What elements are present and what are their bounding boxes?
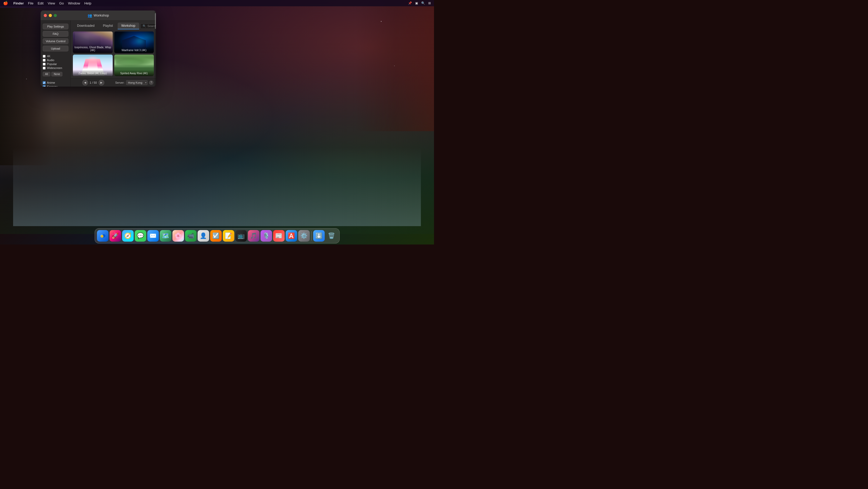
dock-reminders[interactable]: ☑️ bbox=[210, 230, 222, 241]
search-icon: 🔍 bbox=[143, 24, 146, 28]
upload-button[interactable]: Upload bbox=[43, 46, 68, 51]
filter-all-none-row: All None bbox=[43, 72, 68, 76]
menubar: 🍎 Finder File Edit View Go Window Help 📌… bbox=[0, 0, 434, 6]
dock-photos[interactable]: 🌸 bbox=[173, 230, 184, 241]
faq-button[interactable]: FAQ bbox=[43, 31, 68, 37]
dock-safari[interactable]: 🧭 bbox=[122, 230, 134, 241]
search-menubar-icon[interactable]: 🔍 bbox=[421, 1, 425, 5]
dock-notes[interactable]: 📝 bbox=[223, 230, 234, 241]
grid-item-2[interactable]: Waeframe Volt 3 (4K) bbox=[114, 31, 154, 53]
dock-facetime[interactable]: 📹 bbox=[185, 230, 196, 241]
control-center-icon[interactable]: ⊞ bbox=[428, 1, 431, 5]
checkbox-anime-input[interactable] bbox=[43, 81, 45, 84]
filter-none-button[interactable]: None bbox=[51, 72, 62, 76]
grid-item-3[interactable]: Zaosu, Bilibili (4K, Loop) bbox=[73, 55, 113, 76]
wallpaper-grid: Iceprincess, Ghost Blade, Wlop (4K) Waef… bbox=[71, 29, 156, 78]
menubar-go[interactable]: Go bbox=[59, 1, 64, 5]
dock-maps[interactable]: 🗺️ bbox=[160, 230, 172, 241]
screen-icon: ▣ bbox=[415, 1, 418, 5]
checkbox-popular: Popular bbox=[43, 62, 68, 65]
dock-mail[interactable]: ✉️ bbox=[147, 230, 159, 241]
dock-contacts[interactable]: 👤 bbox=[197, 230, 209, 241]
minimize-button[interactable] bbox=[49, 14, 52, 17]
grid-item-4-label: Spirited Away Rive (4K) bbox=[114, 70, 154, 76]
window-titlebar: 👥 Workshop bbox=[41, 10, 156, 21]
checkbox-scenery: Scenery bbox=[43, 85, 68, 87]
tab-playlist[interactable]: Playlist bbox=[99, 23, 117, 29]
svg-text:🙂: 🙂 bbox=[100, 234, 104, 238]
dock-container: 🙂 🚀 🧭 💬 ✉️ 🗺️ 🌸 📹 👤 ☑️ bbox=[95, 228, 340, 243]
close-button[interactable] bbox=[44, 14, 47, 17]
tabs-row: Downloaded Playlist Workshop 🔍 bbox=[71, 21, 156, 29]
checkbox-audio-input[interactable] bbox=[43, 59, 45, 62]
dock-downloads[interactable]: ⬇️ bbox=[313, 230, 325, 241]
checkbox-widescreen-label: Widescreen bbox=[47, 66, 62, 69]
dock-messages[interactable]: 💬 bbox=[135, 230, 146, 241]
dock-music[interactable]: 🎵 bbox=[248, 230, 259, 241]
window-title: 👥 Workshop bbox=[88, 13, 109, 18]
grid-item-4[interactable]: Spirited Away Rive (4K) bbox=[114, 55, 154, 76]
workshop-window: 👥 Workshop Play Settings FAQ Volume Cont… bbox=[41, 10, 156, 87]
volume-control-button[interactable]: Volume Control bbox=[43, 38, 68, 44]
filter-checkboxes-top: 4K Audio Popular Widescreen bbox=[43, 55, 68, 70]
page-navigation: ◀ 1 / 50 ▶ bbox=[82, 80, 104, 86]
checkbox-audio-label: Audio bbox=[47, 58, 54, 62]
grid-item-2-label: Waeframe Volt 3 (4K) bbox=[114, 47, 154, 53]
dock-news[interactable]: 📰 bbox=[273, 230, 285, 241]
grid-item-1-label: Iceprincess, Ghost Blade, Wlop (4K) bbox=[73, 44, 113, 53]
prev-page-button[interactable]: ◀ bbox=[82, 80, 88, 86]
dock-finder[interactable]: 🙂 bbox=[97, 230, 108, 241]
dock-separator bbox=[311, 231, 312, 240]
sidebar: Play Settings FAQ Volume Control Upload … bbox=[41, 21, 71, 87]
play-settings-button[interactable]: Play Settings bbox=[43, 24, 68, 29]
server-row: Server: Hong Kong US West US East Europe… bbox=[115, 80, 153, 85]
checkbox-scenery-input[interactable] bbox=[43, 85, 45, 87]
server-label: Server: bbox=[115, 81, 124, 84]
tab-downloaded[interactable]: Downloaded bbox=[73, 23, 98, 29]
bottom-bar: ◀ 1 / 50 ▶ Server: Hong Kong US West US … bbox=[71, 78, 156, 87]
scroll-thumb bbox=[155, 21, 156, 29]
dock-launchpad[interactable]: 🚀 bbox=[110, 230, 121, 241]
dock-podcasts[interactable]: 🎙️ bbox=[260, 230, 272, 241]
checkbox-widescreen-input[interactable] bbox=[43, 67, 45, 69]
dock: 🙂 🚀 🧭 💬 ✉️ 🗺️ 🌸 📹 👤 ☑️ bbox=[0, 226, 434, 244]
server-select[interactable]: Hong Kong US West US East Europe Asia bbox=[126, 80, 148, 85]
checkbox-4k-label: 4K bbox=[47, 55, 50, 58]
checkbox-audio: Audio bbox=[43, 58, 68, 62]
menubar-edit[interactable]: Edit bbox=[38, 1, 43, 5]
checkbox-popular-input[interactable] bbox=[43, 63, 45, 65]
menubar-help[interactable]: Help bbox=[84, 1, 91, 5]
server-select-wrapper: Hong Kong US West US East Europe Asia bbox=[126, 80, 148, 85]
window-title-icon: 👥 bbox=[88, 13, 92, 18]
maximize-button[interactable] bbox=[54, 14, 57, 17]
checkbox-widescreen: Widescreen bbox=[43, 66, 68, 69]
dock-trash[interactable]: 🗑️ bbox=[326, 230, 337, 241]
window-title-text: Workshop bbox=[94, 13, 109, 17]
pin-icon: 📌 bbox=[408, 1, 412, 5]
search-bar: 🔍 bbox=[140, 23, 156, 29]
window-content: Play Settings FAQ Volume Control Upload … bbox=[41, 21, 156, 87]
checkbox-4k-input[interactable] bbox=[43, 55, 45, 58]
menubar-window[interactable]: Window bbox=[68, 1, 80, 5]
dock-system-preferences[interactable]: ⚙️ bbox=[298, 230, 310, 241]
dock-appletv[interactable]: 📺 bbox=[235, 230, 247, 241]
next-page-button[interactable]: ▶ bbox=[98, 80, 104, 86]
filter-all-button[interactable]: All bbox=[43, 72, 50, 76]
scroll-indicator[interactable] bbox=[155, 21, 156, 87]
help-button[interactable]: ? bbox=[149, 81, 153, 85]
category-checkboxes: Anime Scenery Cute Game Creative bbox=[43, 81, 68, 87]
grid-item-3-label: Zaosu, Bilibili (4K, Loop) bbox=[73, 70, 113, 76]
checkbox-scenery-label: Scenery bbox=[47, 85, 57, 87]
menubar-left: 🍎 Finder File Edit View Go Window Help bbox=[3, 1, 91, 5]
checkbox-popular-label: Popular bbox=[47, 62, 57, 65]
page-indicator: 1 / 50 bbox=[90, 81, 97, 84]
menubar-file[interactable]: File bbox=[28, 1, 34, 5]
menubar-finder[interactable]: Finder bbox=[13, 1, 24, 5]
menubar-right: 📌 ▣ 🔍 ⊞ bbox=[408, 1, 431, 5]
menubar-view[interactable]: View bbox=[48, 1, 55, 5]
tab-workshop[interactable]: Workshop bbox=[118, 23, 139, 29]
dock-appstore[interactable]: 🅰️ bbox=[286, 230, 297, 241]
grid-item-1[interactable]: Iceprincess, Ghost Blade, Wlop (4K) bbox=[73, 31, 113, 53]
apple-menu-icon[interactable]: 🍎 bbox=[3, 1, 8, 5]
checkbox-anime: Anime bbox=[43, 81, 68, 84]
